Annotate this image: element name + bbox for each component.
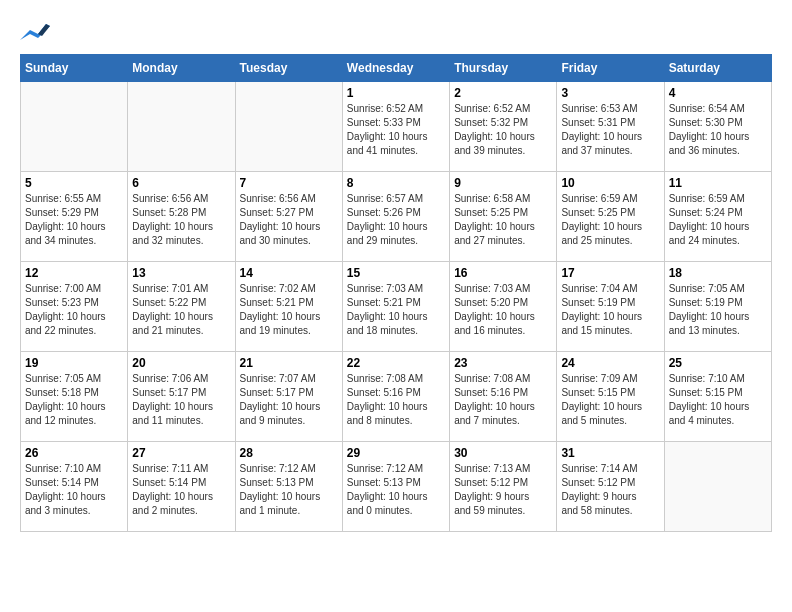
day-number: 1	[347, 86, 445, 100]
day-cell: 22Sunrise: 7:08 AMSunset: 5:16 PMDayligh…	[342, 352, 449, 442]
day-cell: 18Sunrise: 7:05 AMSunset: 5:19 PMDayligh…	[664, 262, 771, 352]
week-row-1: 1Sunrise: 6:52 AMSunset: 5:33 PMDaylight…	[21, 82, 772, 172]
svg-marker-1	[38, 24, 50, 36]
day-number: 14	[240, 266, 338, 280]
week-row-3: 12Sunrise: 7:00 AMSunset: 5:23 PMDayligh…	[21, 262, 772, 352]
day-number: 21	[240, 356, 338, 370]
day-info: Sunrise: 7:12 AMSunset: 5:13 PMDaylight:…	[347, 462, 445, 518]
day-info: Sunrise: 7:02 AMSunset: 5:21 PMDaylight:…	[240, 282, 338, 338]
day-info: Sunrise: 7:05 AMSunset: 5:18 PMDaylight:…	[25, 372, 123, 428]
day-number: 4	[669, 86, 767, 100]
day-info: Sunrise: 6:59 AMSunset: 5:24 PMDaylight:…	[669, 192, 767, 248]
day-cell: 30Sunrise: 7:13 AMSunset: 5:12 PMDayligh…	[450, 442, 557, 532]
day-number: 16	[454, 266, 552, 280]
day-cell: 31Sunrise: 7:14 AMSunset: 5:12 PMDayligh…	[557, 442, 664, 532]
header-sunday: Sunday	[21, 55, 128, 82]
day-info: Sunrise: 6:52 AMSunset: 5:32 PMDaylight:…	[454, 102, 552, 158]
day-cell	[664, 442, 771, 532]
day-cell: 19Sunrise: 7:05 AMSunset: 5:18 PMDayligh…	[21, 352, 128, 442]
day-number: 31	[561, 446, 659, 460]
page-header	[20, 20, 772, 44]
day-number: 3	[561, 86, 659, 100]
day-number: 22	[347, 356, 445, 370]
day-cell: 1Sunrise: 6:52 AMSunset: 5:33 PMDaylight…	[342, 82, 449, 172]
logo-icon	[20, 20, 50, 44]
day-cell: 7Sunrise: 6:56 AMSunset: 5:27 PMDaylight…	[235, 172, 342, 262]
day-info: Sunrise: 6:59 AMSunset: 5:25 PMDaylight:…	[561, 192, 659, 248]
day-number: 7	[240, 176, 338, 190]
header-wednesday: Wednesday	[342, 55, 449, 82]
day-info: Sunrise: 7:03 AMSunset: 5:20 PMDaylight:…	[454, 282, 552, 338]
day-cell: 28Sunrise: 7:12 AMSunset: 5:13 PMDayligh…	[235, 442, 342, 532]
day-cell: 16Sunrise: 7:03 AMSunset: 5:20 PMDayligh…	[450, 262, 557, 352]
day-number: 6	[132, 176, 230, 190]
day-number: 19	[25, 356, 123, 370]
day-info: Sunrise: 6:52 AMSunset: 5:33 PMDaylight:…	[347, 102, 445, 158]
day-number: 5	[25, 176, 123, 190]
day-cell: 2Sunrise: 6:52 AMSunset: 5:32 PMDaylight…	[450, 82, 557, 172]
day-cell	[21, 82, 128, 172]
day-info: Sunrise: 7:05 AMSunset: 5:19 PMDaylight:…	[669, 282, 767, 338]
day-info: Sunrise: 7:01 AMSunset: 5:22 PMDaylight:…	[132, 282, 230, 338]
day-cell: 21Sunrise: 7:07 AMSunset: 5:17 PMDayligh…	[235, 352, 342, 442]
day-cell: 23Sunrise: 7:08 AMSunset: 5:16 PMDayligh…	[450, 352, 557, 442]
week-row-2: 5Sunrise: 6:55 AMSunset: 5:29 PMDaylight…	[21, 172, 772, 262]
day-cell: 14Sunrise: 7:02 AMSunset: 5:21 PMDayligh…	[235, 262, 342, 352]
day-cell: 29Sunrise: 7:12 AMSunset: 5:13 PMDayligh…	[342, 442, 449, 532]
day-number: 23	[454, 356, 552, 370]
day-info: Sunrise: 7:03 AMSunset: 5:21 PMDaylight:…	[347, 282, 445, 338]
day-cell: 13Sunrise: 7:01 AMSunset: 5:22 PMDayligh…	[128, 262, 235, 352]
day-info: Sunrise: 6:53 AMSunset: 5:31 PMDaylight:…	[561, 102, 659, 158]
day-info: Sunrise: 6:54 AMSunset: 5:30 PMDaylight:…	[669, 102, 767, 158]
day-cell: 12Sunrise: 7:00 AMSunset: 5:23 PMDayligh…	[21, 262, 128, 352]
day-info: Sunrise: 6:55 AMSunset: 5:29 PMDaylight:…	[25, 192, 123, 248]
day-cell: 11Sunrise: 6:59 AMSunset: 5:24 PMDayligh…	[664, 172, 771, 262]
day-info: Sunrise: 7:04 AMSunset: 5:19 PMDaylight:…	[561, 282, 659, 338]
day-cell: 9Sunrise: 6:58 AMSunset: 5:25 PMDaylight…	[450, 172, 557, 262]
day-cell: 17Sunrise: 7:04 AMSunset: 5:19 PMDayligh…	[557, 262, 664, 352]
day-cell: 10Sunrise: 6:59 AMSunset: 5:25 PMDayligh…	[557, 172, 664, 262]
day-info: Sunrise: 6:58 AMSunset: 5:25 PMDaylight:…	[454, 192, 552, 248]
day-cell: 6Sunrise: 6:56 AMSunset: 5:28 PMDaylight…	[128, 172, 235, 262]
week-row-4: 19Sunrise: 7:05 AMSunset: 5:18 PMDayligh…	[21, 352, 772, 442]
day-info: Sunrise: 7:08 AMSunset: 5:16 PMDaylight:…	[454, 372, 552, 428]
day-number: 10	[561, 176, 659, 190]
day-info: Sunrise: 7:13 AMSunset: 5:12 PMDaylight:…	[454, 462, 552, 518]
day-number: 25	[669, 356, 767, 370]
day-info: Sunrise: 7:09 AMSunset: 5:15 PMDaylight:…	[561, 372, 659, 428]
calendar: SundayMondayTuesdayWednesdayThursdayFrid…	[20, 54, 772, 532]
day-info: Sunrise: 7:14 AMSunset: 5:12 PMDaylight:…	[561, 462, 659, 518]
logo	[20, 20, 54, 44]
header-friday: Friday	[557, 55, 664, 82]
day-cell: 27Sunrise: 7:11 AMSunset: 5:14 PMDayligh…	[128, 442, 235, 532]
day-number: 30	[454, 446, 552, 460]
day-info: Sunrise: 6:56 AMSunset: 5:28 PMDaylight:…	[132, 192, 230, 248]
day-cell: 15Sunrise: 7:03 AMSunset: 5:21 PMDayligh…	[342, 262, 449, 352]
day-number: 2	[454, 86, 552, 100]
day-cell: 20Sunrise: 7:06 AMSunset: 5:17 PMDayligh…	[128, 352, 235, 442]
day-number: 11	[669, 176, 767, 190]
header-saturday: Saturday	[664, 55, 771, 82]
day-info: Sunrise: 6:57 AMSunset: 5:26 PMDaylight:…	[347, 192, 445, 248]
day-cell: 3Sunrise: 6:53 AMSunset: 5:31 PMDaylight…	[557, 82, 664, 172]
day-cell: 25Sunrise: 7:10 AMSunset: 5:15 PMDayligh…	[664, 352, 771, 442]
header-monday: Monday	[128, 55, 235, 82]
day-number: 18	[669, 266, 767, 280]
day-cell: 4Sunrise: 6:54 AMSunset: 5:30 PMDaylight…	[664, 82, 771, 172]
day-number: 17	[561, 266, 659, 280]
day-cell: 26Sunrise: 7:10 AMSunset: 5:14 PMDayligh…	[21, 442, 128, 532]
day-cell: 24Sunrise: 7:09 AMSunset: 5:15 PMDayligh…	[557, 352, 664, 442]
day-number: 13	[132, 266, 230, 280]
day-info: Sunrise: 7:11 AMSunset: 5:14 PMDaylight:…	[132, 462, 230, 518]
day-info: Sunrise: 7:06 AMSunset: 5:17 PMDaylight:…	[132, 372, 230, 428]
header-thursday: Thursday	[450, 55, 557, 82]
day-info: Sunrise: 7:10 AMSunset: 5:15 PMDaylight:…	[669, 372, 767, 428]
day-info: Sunrise: 7:08 AMSunset: 5:16 PMDaylight:…	[347, 372, 445, 428]
day-number: 8	[347, 176, 445, 190]
day-number: 29	[347, 446, 445, 460]
day-number: 12	[25, 266, 123, 280]
week-row-5: 26Sunrise: 7:10 AMSunset: 5:14 PMDayligh…	[21, 442, 772, 532]
day-info: Sunrise: 6:56 AMSunset: 5:27 PMDaylight:…	[240, 192, 338, 248]
day-number: 15	[347, 266, 445, 280]
day-number: 27	[132, 446, 230, 460]
